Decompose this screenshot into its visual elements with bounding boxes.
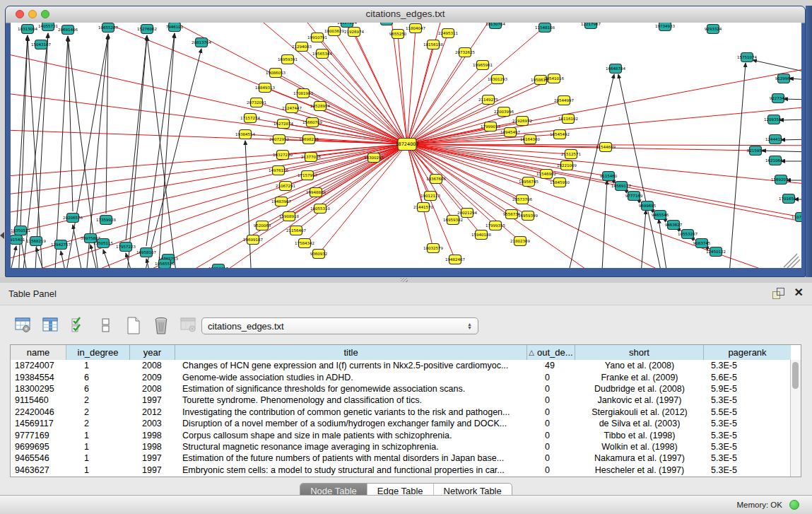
network-window[interactable]: citations_edges.txt 18313004140557312069… (5, 6, 806, 277)
table-row[interactable]: 911546021997Tourette syndrome. Phenomeno… (11, 395, 790, 406)
graph-node[interactable]: 8215953 (747, 146, 765, 156)
table-row[interactable]: 946554611997Estimation of the future num… (11, 452, 790, 464)
graph-node[interactable]: 16272874 (273, 119, 293, 129)
graph-node[interactable]: 18156158 (423, 40, 443, 49)
graph-node[interactable]: 18313004 (18, 25, 37, 34)
graph-node[interactable]: 9115460 (600, 172, 618, 181)
graph-node[interactable]: 16959391 (278, 55, 298, 64)
graph-node[interactable]: 17157997 (298, 171, 317, 180)
delete-table-button[interactable] (178, 315, 199, 336)
graph-node[interactable]: 16959382 (443, 216, 463, 225)
graph-node[interactable]: 9777169 (625, 192, 643, 201)
table-row[interactable]: 1830029562008Estimation of significance … (11, 383, 790, 395)
graph-node[interactable]: 11568219 (26, 237, 46, 246)
graph-node[interactable]: 18698235 (299, 135, 319, 144)
graph-node[interactable]: 15692071 (771, 175, 791, 185)
graph-node[interactable]: 21512571 (561, 150, 581, 159)
graph-node[interactable]: 9083745 (693, 239, 711, 248)
table-row[interactable]: 1938455462009Genome-wide association stu… (11, 371, 790, 382)
graph-node[interactable]: 16648784 (606, 64, 625, 74)
graph-node[interactable]: 17359928 (96, 216, 116, 225)
column-header-in-degree[interactable]: in_degree (66, 345, 130, 360)
table-scrollbar[interactable] (790, 360, 801, 477)
graph-node[interactable]: 16649059 (377, 23, 396, 25)
column-header-out-de-[interactable]: △out_de... (527, 345, 575, 360)
table-row[interactable]: 969969511998Structural magnetic resonanc… (11, 441, 790, 452)
graph-node[interactable]: 15660709 (302, 118, 322, 127)
graph-node[interactable]: 11075331 (792, 213, 801, 222)
graph-node[interactable]: 9360932 (310, 250, 328, 259)
graph-node[interactable]: 11544609 (596, 143, 616, 152)
table-mode-button[interactable] (13, 315, 34, 336)
delete-column-button[interactable] (151, 315, 172, 336)
graph-node[interactable]: 12444154 (765, 135, 785, 144)
graph-node[interactable]: 20544997 (554, 96, 574, 105)
graph-node[interactable]: 9129966 (775, 74, 793, 83)
graph-node[interactable]: 21149275 (478, 95, 498, 105)
graph-node[interactable]: 20732625 (455, 48, 475, 57)
graph-node[interactable]: 21247447 (282, 104, 302, 113)
graph-node[interactable]: 21067291 (276, 182, 295, 191)
memory-ok-icon[interactable] (789, 500, 799, 510)
graph-node[interactable]: 16210643 (765, 156, 785, 165)
column-header-year[interactable]: year (130, 345, 175, 360)
graph-node[interactable]: 9463627 (665, 221, 683, 230)
collapse-panel-arrow-icon[interactable] (0, 232, 4, 239)
graph-node[interactable]: 12217987 (581, 23, 601, 29)
graph-node[interactable]: 19384554 (235, 130, 255, 139)
graph-node[interactable]: 16959399 (518, 211, 538, 221)
graph-node[interactable]: 19086053 (266, 69, 286, 78)
graph-node[interactable]: 17016504 (779, 194, 799, 204)
graph-node[interactable]: 19482467 (445, 255, 465, 264)
graph-node[interactable]: 16958107 (136, 248, 156, 257)
graph-node[interactable]: 9293324 (705, 25, 722, 34)
column-header-name[interactable]: name (11, 345, 66, 360)
graph-node[interactable]: 3915401 (11, 235, 25, 245)
graph-node[interactable]: 15845950 (550, 178, 570, 187)
graph-node[interactable]: 15276062 (137, 25, 157, 34)
graph-node[interactable]: 19565344 (312, 49, 332, 59)
graph-node[interactable]: 19910791 (307, 33, 327, 42)
table-row[interactable]: 1456911722003Disruption of a novel membe… (11, 418, 790, 429)
graph-node[interactable]: 12093582 (764, 115, 784, 124)
graph-node[interactable]: 11548108 (535, 23, 555, 33)
graph-node[interactable]: 21441570 (413, 203, 433, 212)
graph-node[interactable]: 19965961 (473, 61, 493, 70)
create-column-button[interactable] (123, 315, 144, 336)
graph-node[interactable]: 22495311 (438, 29, 458, 38)
graph-node[interactable]: 18130704 (486, 23, 505, 29)
graph-node[interactable]: 18032579 (423, 244, 443, 253)
graph-node[interactable]: 18545492 (550, 130, 570, 139)
graph-node[interactable]: 11804047 (406, 24, 425, 33)
toggle-rows-button[interactable] (95, 315, 117, 336)
graph-node[interactable]: 20691406 (58, 25, 78, 35)
graph-node[interactable]: 9465546 (652, 211, 669, 220)
graph-node[interactable]: 18003629 (324, 27, 344, 36)
graph-node[interactable]: 15940188 (471, 230, 491, 240)
table-row[interactable]: 977716911998Corpus callosum shape and si… (11, 429, 790, 440)
graph-node[interactable]: 21294083 (292, 42, 312, 52)
graph-node[interactable]: 19012113 (420, 192, 440, 201)
graph-node[interactable]: 17157274 (240, 114, 260, 123)
column-header-short[interactable]: short (575, 345, 704, 360)
graph-node[interactable]: 17957223 (116, 243, 136, 252)
row-selection-button[interactable] (68, 315, 89, 336)
graph-node[interactable]: 15224497 (208, 264, 228, 269)
table-row[interactable]: 1872400712008Changes of HCN gene express… (11, 360, 790, 371)
table-row[interactable]: 2242004622012Investigating the contribut… (11, 407, 790, 418)
table-row[interactable]: 946362711997Embryonic stem cells: a mode… (11, 465, 790, 476)
graph-node[interactable]: 20732091 (247, 98, 266, 107)
graph-node[interactable]: 9699695 (639, 201, 657, 211)
graph-node[interactable]: 18724007 (395, 139, 418, 151)
graph-node[interactable]: 21802369 (510, 237, 530, 246)
graph-node[interactable]: 7946101 (166, 23, 184, 32)
float-panel-icon[interactable] (772, 288, 784, 299)
graph-node[interactable]: 10699187 (243, 235, 263, 245)
network-view[interactable]: 1831300414055731206914061065528715276062… (11, 23, 801, 268)
graph-node[interactable]: 9655250 (389, 30, 407, 39)
graph-node[interactable]: 16055310 (310, 204, 330, 214)
table-chooser-dropdown[interactable]: citations_edges.txt ▲ ▼ (201, 317, 478, 334)
column-header-title[interactable]: title (175, 345, 527, 360)
graph-node[interactable]: 17999355 (486, 221, 505, 230)
close-panel-icon[interactable]: ✕ (794, 286, 804, 299)
